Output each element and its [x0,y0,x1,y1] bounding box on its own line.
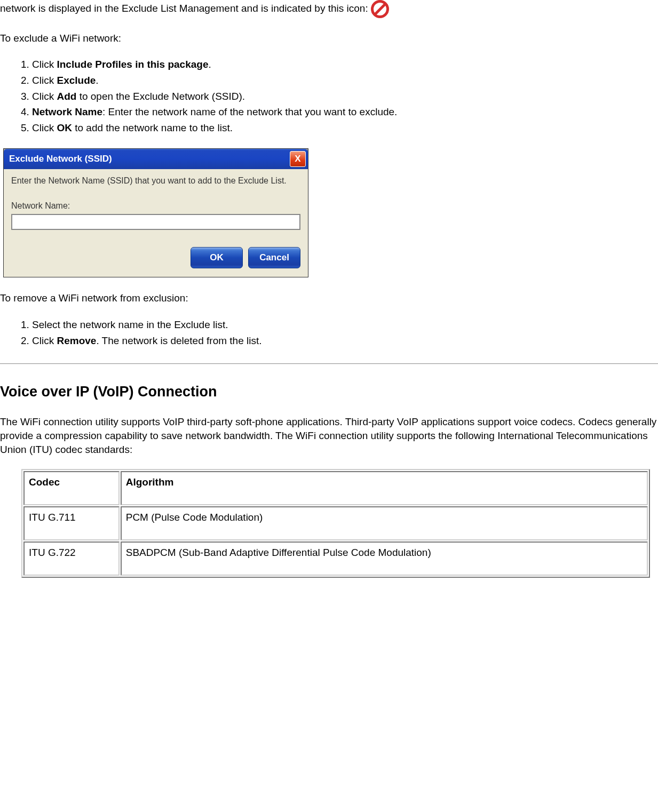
exclude-steps-list: Click Include Profiles in this package. … [0,58,658,134]
intro-text: network is displayed in the Exclude List… [0,3,368,14]
cell-algorithm: PCM (Pulse Code Modulation) [121,506,648,540]
dialog-titlebar[interactable]: Exclude Network (SSID) X [4,149,308,169]
dialog-title: Exclude Network (SSID) [9,154,112,164]
list-item: Click OK to add the network name to the … [32,121,658,135]
ok-button[interactable]: OK [191,247,243,268]
network-name-input[interactable] [11,214,300,230]
prohibit-icon [371,0,389,19]
exclude-network-dialog: Exclude Network (SSID) X Enter the Netwo… [3,148,308,277]
dialog-instruction: Enter the Network Name (SSID) that you w… [11,176,300,186]
list-item: Network Name: Enter the network name of … [32,105,658,119]
codec-table: Codec Algorithm ITU G.711 PCM (Pulse Cod… [21,469,650,578]
dialog-button-row: OK Cancel [11,245,300,269]
list-item: Click Include Profiles in this package. [32,58,658,71]
intro-paragraph: network is displayed in the Exclude List… [0,0,658,19]
header-codec: Codec [23,471,120,505]
close-icon: X [295,154,300,164]
voip-heading: Voice over IP (VoIP) Connection [0,384,658,400]
close-button[interactable]: X [290,151,306,167]
exclude-heading: To exclude a WiFi network: [0,31,658,45]
list-item: Click Add to open the Exclude Network (S… [32,90,658,104]
header-algorithm: Algorithm [121,471,648,505]
cell-codec: ITU G.711 [23,506,120,540]
table-header-row: Codec Algorithm [23,471,648,505]
divider [0,363,658,364]
table-row: ITU G.722 SBADPCM (Sub-Band Adaptive Dif… [23,542,648,576]
cancel-button[interactable]: Cancel [248,247,300,268]
dialog-body: Enter the Network Name (SSID) that you w… [4,169,308,277]
remove-heading: To remove a WiFi network from exclusion: [0,291,658,305]
network-name-label: Network Name: [11,201,300,211]
cell-codec: ITU G.722 [23,542,120,576]
remove-steps-list: Select the network name in the Exclude l… [0,318,658,347]
list-item: Click Remove. The network is deleted fro… [32,334,658,348]
list-item: Select the network name in the Exclude l… [32,318,658,332]
list-item: Click Exclude. [32,74,658,87]
cell-algorithm: SBADPCM (Sub-Band Adaptive Differential … [121,542,648,576]
table-row: ITU G.711 PCM (Pulse Code Modulation) [23,506,648,540]
voip-paragraph: The WiFi connection utility supports VoI… [0,415,658,456]
